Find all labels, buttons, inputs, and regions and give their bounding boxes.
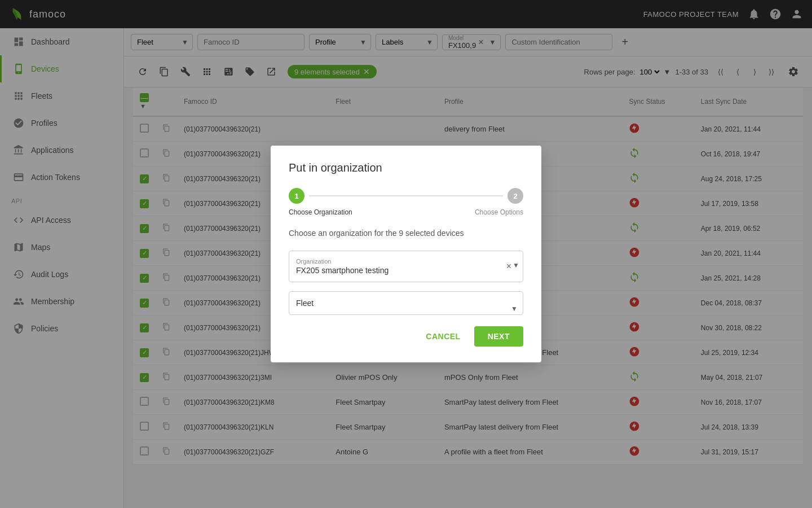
step-connector	[309, 195, 503, 196]
dialog: Put in organization 1 2 Choose Organizat…	[271, 146, 541, 362]
step2-circle: 2	[508, 188, 523, 204]
org-field-label: Organization	[296, 258, 502, 265]
dialog-actions: CANCEL NEXT	[289, 326, 523, 347]
dialog-description: Choose an organization for the 9 selecte…	[289, 227, 523, 239]
modal-overlay: Put in organization 1 2 Choose Organizat…	[0, 0, 812, 508]
step2-label: Choose Options	[456, 208, 523, 216]
step1-circle: 1	[289, 188, 304, 204]
org-clear-icon[interactable]: ×	[506, 261, 511, 271]
org-dropdown-icon[interactable]: ▼	[513, 261, 519, 271]
stepper: 1 2	[289, 188, 523, 204]
cancel-button[interactable]: CANCEL	[419, 327, 467, 345]
fleet-field[interactable]: Fleet ▼	[289, 291, 523, 326]
step-labels: Choose Organization Choose Options	[289, 208, 523, 216]
step1-label: Choose Organization	[289, 208, 356, 216]
fleet-select-dialog[interactable]: Fleet	[289, 291, 523, 315]
next-button[interactable]: NEXT	[474, 326, 523, 347]
organization-field[interactable]: Organization FX205 smartphone testing × …	[289, 251, 523, 282]
org-field-value: FX205 smartphone testing	[296, 266, 502, 275]
dialog-title: Put in organization	[289, 161, 523, 174]
